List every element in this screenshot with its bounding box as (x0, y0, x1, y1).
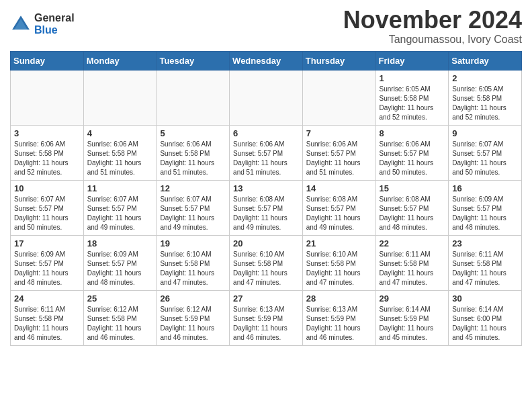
day-cell: 27Sunrise: 6:13 AM Sunset: 5:59 PM Dayli… (230, 290, 303, 345)
day-info: Sunrise: 6:08 AM Sunset: 5:57 PM Dayligh… (306, 195, 372, 232)
day-number: 25 (87, 293, 153, 304)
day-info: Sunrise: 6:07 AM Sunset: 5:57 PM Dayligh… (87, 195, 153, 232)
week-row-5: 24Sunrise: 6:11 AM Sunset: 5:58 PM Dayli… (11, 290, 522, 345)
page: General Blue November 2024 Tangoumassou,… (0, 0, 532, 356)
logo-blue-text: Blue (34, 24, 75, 36)
logo-general-text: General (34, 12, 75, 24)
day-number: 8 (380, 128, 445, 138)
day-cell (230, 70, 303, 125)
weekday-header-row: SundayMondayTuesdayWednesdayThursdayFrid… (11, 51, 522, 70)
day-number: 4 (87, 128, 153, 138)
week-row-2: 3Sunrise: 6:06 AM Sunset: 5:58 PM Daylig… (11, 125, 522, 180)
day-number: 22 (380, 238, 445, 248)
day-info: Sunrise: 6:11 AM Sunset: 5:58 PM Dayligh… (452, 250, 518, 287)
day-info: Sunrise: 6:09 AM Sunset: 5:57 PM Dayligh… (87, 250, 153, 287)
day-number: 18 (87, 238, 153, 248)
day-cell: 9Sunrise: 6:07 AM Sunset: 5:57 PM Daylig… (449, 125, 522, 180)
day-number: 12 (160, 183, 226, 193)
day-number: 6 (233, 128, 299, 138)
day-number: 19 (160, 238, 226, 248)
day-cell: 18Sunrise: 6:09 AM Sunset: 5:57 PM Dayli… (83, 235, 157, 290)
day-info: Sunrise: 6:07 AM Sunset: 5:57 PM Dayligh… (14, 195, 80, 232)
location: Tangoumassou, Ivory Coast (343, 34, 522, 46)
day-info: Sunrise: 6:05 AM Sunset: 5:58 PM Dayligh… (452, 85, 518, 122)
day-info: Sunrise: 6:11 AM Sunset: 5:58 PM Dayligh… (380, 250, 445, 287)
day-info: Sunrise: 6:06 AM Sunset: 5:57 PM Dayligh… (306, 140, 372, 177)
day-cell: 23Sunrise: 6:11 AM Sunset: 5:58 PM Dayli… (449, 235, 522, 290)
day-cell: 5Sunrise: 6:06 AM Sunset: 5:58 PM Daylig… (157, 125, 230, 180)
day-cell: 3Sunrise: 6:06 AM Sunset: 5:58 PM Daylig… (11, 125, 84, 180)
day-number: 3 (14, 128, 80, 138)
day-number: 16 (452, 183, 518, 193)
day-number: 5 (160, 128, 226, 138)
day-cell (157, 70, 230, 125)
day-number: 30 (452, 293, 518, 304)
day-number: 15 (380, 183, 445, 193)
day-cell: 29Sunrise: 6:14 AM Sunset: 5:59 PM Dayli… (375, 290, 449, 345)
day-number: 2 (452, 73, 518, 83)
weekday-header-wednesday: Wednesday (230, 51, 303, 70)
day-number: 7 (306, 128, 372, 138)
day-info: Sunrise: 6:10 AM Sunset: 5:58 PM Dayligh… (160, 250, 226, 287)
day-cell: 25Sunrise: 6:12 AM Sunset: 5:58 PM Dayli… (83, 290, 157, 345)
day-number: 23 (452, 238, 518, 248)
day-info: Sunrise: 6:13 AM Sunset: 5:59 PM Dayligh… (306, 305, 372, 342)
logo: General Blue (10, 12, 75, 36)
day-info: Sunrise: 6:06 AM Sunset: 5:57 PM Dayligh… (233, 140, 299, 177)
day-info: Sunrise: 6:06 AM Sunset: 5:58 PM Dayligh… (14, 140, 80, 177)
weekday-header-tuesday: Tuesday (157, 51, 230, 70)
day-number: 26 (160, 293, 226, 304)
weekday-header-saturday: Saturday (449, 51, 522, 70)
month-title: November 2024 (343, 7, 522, 34)
day-cell: 26Sunrise: 6:12 AM Sunset: 5:59 PM Dayli… (157, 290, 230, 345)
logo-text: General Blue (34, 12, 75, 36)
day-number: 27 (233, 293, 299, 304)
weekday-header-thursday: Thursday (302, 51, 375, 70)
day-cell: 11Sunrise: 6:07 AM Sunset: 5:57 PM Dayli… (83, 180, 157, 235)
day-cell: 28Sunrise: 6:13 AM Sunset: 5:59 PM Dayli… (302, 290, 375, 345)
day-info: Sunrise: 6:14 AM Sunset: 6:00 PM Dayligh… (452, 305, 518, 342)
day-info: Sunrise: 6:05 AM Sunset: 5:58 PM Dayligh… (380, 85, 445, 122)
day-cell: 30Sunrise: 6:14 AM Sunset: 6:00 PM Dayli… (449, 290, 522, 345)
calendar: SundayMondayTuesdayWednesdayThursdayFrid… (10, 51, 522, 346)
weekday-header-friday: Friday (375, 51, 449, 70)
day-number: 28 (306, 293, 372, 304)
day-cell: 4Sunrise: 6:06 AM Sunset: 5:58 PM Daylig… (83, 125, 157, 180)
day-number: 17 (14, 238, 80, 248)
day-info: Sunrise: 6:10 AM Sunset: 5:58 PM Dayligh… (306, 250, 372, 287)
day-cell: 2Sunrise: 6:05 AM Sunset: 5:58 PM Daylig… (449, 70, 522, 125)
day-cell: 13Sunrise: 6:08 AM Sunset: 5:57 PM Dayli… (230, 180, 303, 235)
title-block: November 2024 Tangoumassou, Ivory Coast (343, 7, 522, 46)
day-cell: 8Sunrise: 6:06 AM Sunset: 5:57 PM Daylig… (375, 125, 449, 180)
day-info: Sunrise: 6:11 AM Sunset: 5:58 PM Dayligh… (14, 305, 80, 342)
day-cell: 21Sunrise: 6:10 AM Sunset: 5:58 PM Dayli… (302, 235, 375, 290)
day-cell: 16Sunrise: 6:09 AM Sunset: 5:57 PM Dayli… (449, 180, 522, 235)
day-info: Sunrise: 6:07 AM Sunset: 5:57 PM Dayligh… (452, 140, 518, 177)
day-number: 21 (306, 238, 372, 248)
day-cell (83, 70, 157, 125)
day-info: Sunrise: 6:12 AM Sunset: 5:58 PM Dayligh… (87, 305, 153, 342)
day-number: 11 (87, 183, 153, 193)
day-info: Sunrise: 6:08 AM Sunset: 5:57 PM Dayligh… (233, 195, 299, 232)
week-row-1: 1Sunrise: 6:05 AM Sunset: 5:58 PM Daylig… (11, 70, 522, 125)
day-number: 13 (233, 183, 299, 193)
day-number: 14 (306, 183, 372, 193)
day-info: Sunrise: 6:09 AM Sunset: 5:57 PM Dayligh… (14, 250, 80, 287)
day-cell: 19Sunrise: 6:10 AM Sunset: 5:58 PM Dayli… (157, 235, 230, 290)
day-cell: 24Sunrise: 6:11 AM Sunset: 5:58 PM Dayli… (11, 290, 84, 345)
header: General Blue November 2024 Tangoumassou,… (10, 7, 522, 46)
day-info: Sunrise: 6:07 AM Sunset: 5:57 PM Dayligh… (160, 195, 226, 232)
day-info: Sunrise: 6:06 AM Sunset: 5:58 PM Dayligh… (160, 140, 226, 177)
weekday-header-sunday: Sunday (11, 51, 84, 70)
day-info: Sunrise: 6:13 AM Sunset: 5:59 PM Dayligh… (233, 305, 299, 342)
day-cell (11, 70, 84, 125)
day-number: 20 (233, 238, 299, 248)
day-info: Sunrise: 6:12 AM Sunset: 5:59 PM Dayligh… (160, 305, 226, 342)
weekday-header-monday: Monday (83, 51, 157, 70)
week-row-3: 10Sunrise: 6:07 AM Sunset: 5:57 PM Dayli… (11, 180, 522, 235)
day-cell: 14Sunrise: 6:08 AM Sunset: 5:57 PM Dayli… (302, 180, 375, 235)
day-number: 9 (452, 128, 518, 138)
day-info: Sunrise: 6:06 AM Sunset: 5:57 PM Dayligh… (380, 140, 445, 177)
logo-icon (10, 13, 32, 35)
day-number: 24 (14, 293, 80, 304)
